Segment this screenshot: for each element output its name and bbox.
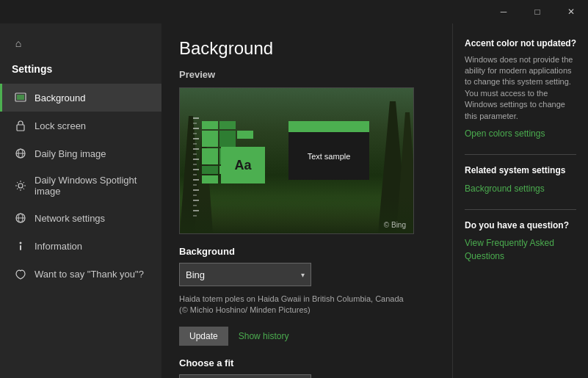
preview-label: Preview	[179, 69, 435, 80]
svg-line-12	[23, 189, 25, 190]
choose-fit-label: Choose a fit	[179, 357, 435, 368]
fit-dropdown[interactable]: Fill ▾	[179, 374, 311, 378]
page-title: Background	[179, 38, 435, 59]
divider-2	[465, 209, 576, 210]
home-button[interactable]: ⌂	[0, 29, 161, 57]
aa-box: Aa	[221, 147, 265, 183]
sidebar-item-label: Network settings	[35, 213, 105, 224]
sidebar-title: Settings	[0, 57, 161, 84]
sidebar-item-background[interactable]: Background	[0, 84, 161, 112]
accent-color-text: Windows does not provide the ability for…	[465, 54, 576, 122]
background-dropdown[interactable]: Bing ▾	[179, 263, 311, 286]
svg-rect-19	[20, 245, 21, 250]
sidebar-item-label: Daily Bing image	[35, 148, 106, 159]
svg-point-18	[20, 242, 22, 244]
accent-color-title: Accent color not updated?	[465, 38, 576, 50]
main-content: Background Preview	[161, 23, 452, 378]
sidebar-item-label: Lock screen	[35, 120, 86, 131]
svg-rect-1	[17, 95, 24, 100]
minimize-button[interactable]: ─	[487, 0, 520, 23]
related-settings-title: Related system settings	[465, 165, 576, 177]
text-sample-box: Text sample	[288, 132, 369, 180]
background-description: Haida totem poles on Haida Gwaii in Brit…	[179, 294, 414, 316]
bing-icon	[14, 147, 27, 160]
preview-container: Aa Text sample © Bing	[179, 87, 414, 234]
network-icon	[14, 211, 27, 225]
lock-icon	[14, 119, 27, 132]
restore-button[interactable]: □	[520, 0, 554, 23]
ruler	[193, 117, 199, 217]
action-row: Update Show history	[179, 327, 435, 346]
close-button[interactable]: ✕	[554, 0, 588, 23]
sidebar-item-label: Information	[35, 241, 82, 252]
question-title: Do you have a question?	[465, 220, 576, 232]
show-history-link[interactable]: Show history	[239, 331, 289, 341]
open-colors-link[interactable]: Open colors settings	[465, 128, 545, 139]
faq-link[interactable]: View Frequently Asked Questions	[465, 238, 554, 261]
sidebar-item-daily-bing[interactable]: Daily Bing image	[0, 139, 161, 167]
accent-color-section: Accent color not updated? Windows does n…	[465, 38, 576, 139]
chevron-down-icon: ▾	[301, 271, 305, 279]
sidebar-item-label: Daily Windows Spotlight image	[35, 175, 150, 197]
titlebar: ─ □ ✕	[0, 0, 588, 23]
sidebar-item-label: Background	[35, 92, 85, 103]
sidebar-item-daily-spotlight[interactable]: Daily Windows Spotlight image	[0, 167, 161, 204]
divider-1	[465, 154, 576, 155]
question-section: Do you have a question? View Frequently …	[465, 220, 576, 263]
app-body: ⌂ Settings Background Lock screen Daily …	[0, 23, 588, 378]
related-settings-section: Related system settings Background setti…	[465, 165, 576, 195]
sidebar-item-information[interactable]: Information	[0, 232, 161, 260]
info-icon	[14, 239, 27, 252]
background-settings-link[interactable]: Background settings	[465, 183, 545, 194]
svg-line-13	[23, 182, 25, 183]
svg-line-11	[17, 182, 18, 183]
sidebar-item-label: Want to say "Thank you"?	[35, 269, 144, 280]
background-icon	[14, 91, 27, 104]
sidebar-item-thank-you[interactable]: Want to say "Thank you"?	[0, 260, 161, 288]
update-button[interactable]: Update	[179, 327, 228, 346]
bing-watermark: © Bing	[384, 221, 406, 229]
sidebar: ⌂ Settings Background Lock screen Daily …	[0, 23, 161, 378]
right-panel: Accent color not updated? Windows does n…	[452, 23, 588, 378]
sidebar-item-lock-screen[interactable]: Lock screen	[0, 112, 161, 139]
thank-you-icon	[14, 267, 27, 280]
svg-rect-2	[17, 125, 24, 131]
spotlight-icon	[14, 179, 27, 192]
svg-point-6	[18, 183, 23, 188]
home-icon: ⌂	[12, 37, 25, 50]
preview-background: Aa Text sample © Bing	[180, 88, 413, 233]
sidebar-item-network-settings[interactable]: Network settings	[0, 204, 161, 232]
svg-line-14	[17, 189, 18, 190]
background-section-label: Background	[179, 246, 435, 257]
